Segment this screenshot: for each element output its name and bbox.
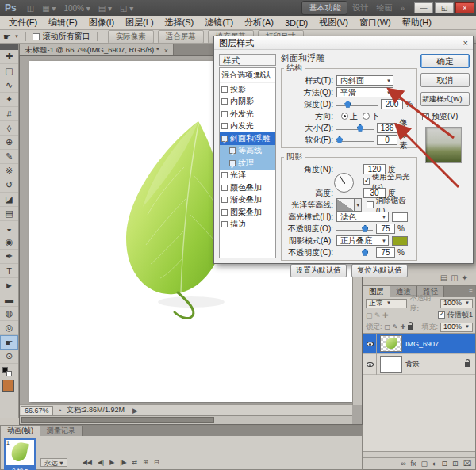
opacity-select[interactable]: 100%▼ bbox=[440, 299, 473, 308]
horizontal-scrollbar[interactable] bbox=[20, 415, 352, 424]
minimize-button[interactable]: — bbox=[414, 2, 433, 13]
gradient-tool[interactable]: ▤ bbox=[0, 207, 18, 221]
clone-stamp-tool[interactable]: ※ bbox=[0, 164, 18, 178]
view-button[interactable]: 实际像素 bbox=[108, 30, 154, 44]
lock-pixels-icon[interactable]: ✎ bbox=[393, 323, 398, 331]
highlight-color-swatch[interactable] bbox=[392, 212, 408, 222]
technique-select[interactable]: 平滑▼ bbox=[336, 87, 393, 97]
switch-colors-icon[interactable] bbox=[6, 371, 12, 376]
shadow-opacity-input[interactable]: 75 bbox=[376, 247, 395, 258]
menu-item[interactable]: 滤镜(T) bbox=[199, 17, 239, 29]
close-button[interactable]: × bbox=[455, 2, 474, 13]
document-tab[interactable]: 未标题-1 @ 66.7%(IMG_6907, RGB/8) * × bbox=[19, 44, 174, 55]
delete-frame-button[interactable]: ⊟ bbox=[154, 459, 159, 466]
make-default-button[interactable]: 设置为默认值 bbox=[290, 264, 347, 277]
3d-orbit-tool[interactable]: ◎ bbox=[0, 321, 18, 335]
style-checkbox[interactable] bbox=[221, 123, 228, 129]
history-brush-tool[interactable]: ↺ bbox=[0, 178, 18, 193]
style-option[interactable]: 颜色叠加 bbox=[220, 182, 275, 194]
style-option[interactable]: 外发光 bbox=[220, 108, 275, 120]
menu-item[interactable]: 文件(F) bbox=[3, 17, 43, 29]
tools-panel-header[interactable] bbox=[0, 44, 18, 50]
style-checkbox[interactable] bbox=[221, 209, 228, 216]
ok-button[interactable]: 确定 bbox=[420, 54, 470, 68]
style-option[interactable]: 描边 bbox=[220, 219, 275, 231]
workspace-painting-button[interactable]: 绘画 bbox=[376, 2, 392, 13]
style-checkbox[interactable] bbox=[229, 147, 236, 154]
menu-item[interactable]: 窗口(W) bbox=[354, 17, 397, 29]
layer-img-6907[interactable]: IMG_6907 bbox=[363, 334, 475, 354]
menu-item[interactable]: 图像(I) bbox=[83, 17, 120, 29]
style-option[interactable]: 光泽 bbox=[220, 170, 275, 182]
dodge-tool[interactable]: ◉ bbox=[0, 235, 18, 250]
3d-rotate-tool[interactable]: ◍ bbox=[0, 307, 18, 321]
workspace-overflow-button[interactable]: » bbox=[400, 4, 405, 13]
depth-input[interactable]: 200 bbox=[381, 99, 403, 109]
gloss-contour-thumbnail[interactable] bbox=[336, 198, 355, 212]
tab-layers[interactable]: 图层 bbox=[363, 286, 390, 297]
tool-preset-dropdown-icon[interactable]: ▼ bbox=[14, 34, 19, 39]
tween-button[interactable]: ⇄ bbox=[132, 459, 138, 466]
dock-panel-icon-1[interactable]: ▤ bbox=[440, 273, 451, 282]
style-checkbox[interactable] bbox=[221, 98, 228, 105]
launch-bridge-icon[interactable]: ◫ bbox=[27, 4, 34, 13]
style-option[interactable]: 投影 bbox=[220, 83, 275, 96]
adjustment-layer-icon[interactable]: ◐ bbox=[432, 460, 436, 468]
layer-thumbnail[interactable] bbox=[380, 356, 402, 373]
zoom-level-display[interactable]: 100% ▾ bbox=[63, 4, 90, 13]
eraser-tool[interactable]: ◪ bbox=[0, 193, 18, 207]
menu-item[interactable]: 3D(D) bbox=[279, 18, 313, 28]
layer-background[interactable]: 背景 bbox=[363, 354, 475, 375]
dock-panel-icon-3[interactable]: ✦ bbox=[462, 273, 471, 282]
duplicate-frame-button[interactable]: ⊞ bbox=[143, 459, 148, 466]
view-extras-icon[interactable]: ▦ ▾ bbox=[42, 4, 56, 13]
menu-item[interactable]: 帮助(H) bbox=[397, 17, 437, 29]
screen-mode-icon[interactable]: ◱ ▾ bbox=[120, 4, 133, 13]
eyedropper-tool[interactable]: ◊ bbox=[0, 121, 18, 136]
style-checkbox[interactable] bbox=[221, 86, 228, 93]
marquee-tool[interactable]: ▢ bbox=[0, 64, 18, 78]
global-light-checkbox[interactable] bbox=[363, 178, 370, 185]
healing-brush-tool[interactable]: ⊕ bbox=[0, 136, 18, 150]
loop-count-selector[interactable]: 永远 ▾ bbox=[40, 458, 67, 467]
pen-tool[interactable]: ✒ bbox=[0, 250, 18, 264]
shadow-color-swatch[interactable] bbox=[392, 236, 408, 246]
blur-tool[interactable]: ◒ bbox=[0, 221, 18, 235]
menu-item[interactable]: 分析(A) bbox=[239, 17, 279, 29]
tab-animation-frames[interactable]: 动画(帧) bbox=[1, 426, 40, 436]
workspace-design-button[interactable]: 设计 bbox=[352, 2, 368, 13]
style-checkbox[interactable] bbox=[221, 185, 228, 191]
propagate-frame-checkbox[interactable] bbox=[438, 311, 445, 319]
menu-item[interactable]: 选择(S) bbox=[159, 17, 200, 29]
foreground-color-swatch[interactable] bbox=[2, 380, 14, 392]
view-button[interactable]: 适合屏幕 bbox=[158, 30, 204, 44]
menu-item[interactable]: 视图(V) bbox=[313, 17, 354, 29]
tab-measurement-log[interactable]: 测量记录 bbox=[40, 426, 83, 436]
gloss-contour-dropdown-icon[interactable]: ▼ bbox=[355, 198, 362, 212]
style-checkbox[interactable] bbox=[221, 111, 228, 117]
direction-down-radio[interactable] bbox=[363, 113, 370, 120]
restore-button[interactable]: ◱ bbox=[435, 2, 454, 13]
type-tool[interactable]: T bbox=[0, 264, 18, 278]
size-slider[interactable] bbox=[336, 124, 374, 132]
reset-default-button[interactable]: 复位为默认值 bbox=[351, 264, 408, 277]
soften-slider[interactable] bbox=[336, 136, 374, 144]
zoom-tool[interactable]: ⊙ bbox=[0, 350, 18, 364]
lock-all-icon[interactable] bbox=[408, 325, 413, 330]
document-close-icon[interactable]: × bbox=[164, 47, 168, 55]
delete-layer-icon[interactable]: ⌧ bbox=[463, 460, 471, 468]
anti-alias-checkbox[interactable] bbox=[367, 201, 374, 208]
quick-selection-tool[interactable]: ✦ bbox=[0, 93, 18, 107]
style-option[interactable]: 等高线 bbox=[220, 145, 275, 158]
layer-style-icon[interactable]: fx bbox=[411, 460, 416, 468]
hand-tool[interactable]: ☛ bbox=[0, 335, 18, 350]
style-option[interactable]: 纹理 bbox=[220, 157, 275, 170]
preview-checkbox[interactable] bbox=[422, 113, 429, 120]
new-layer-icon[interactable]: ⊞ bbox=[452, 460, 459, 468]
status-expand-icon[interactable]: ▶ bbox=[132, 407, 138, 415]
lock-position-icon[interactable]: ✚ bbox=[401, 323, 406, 331]
first-frame-button[interactable]: ◀◀ bbox=[83, 459, 92, 466]
highlight-mode-select[interactable]: 滤色▼ bbox=[336, 212, 389, 222]
play-button[interactable]: ▶ bbox=[109, 459, 114, 466]
style-checkbox[interactable] bbox=[221, 136, 228, 142]
